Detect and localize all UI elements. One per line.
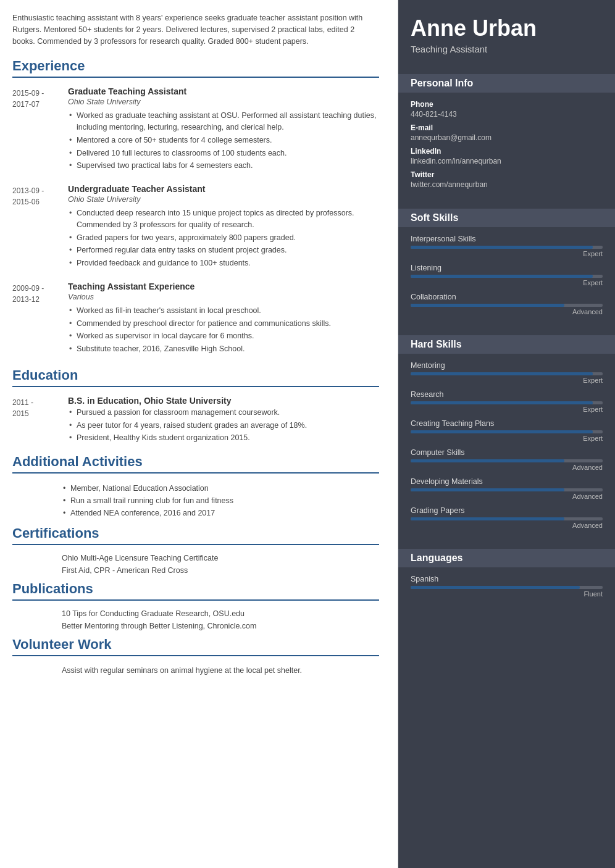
- right-column: Anne Urban Teaching Assistant Personal I…: [398, 0, 615, 868]
- hard-skills-section: Hard Skills Mentoring Expert Research Ex…: [398, 327, 615, 540]
- experience-section: Experience: [12, 58, 379, 78]
- job-detail: Graduate Teaching Assistant Ohio State U…: [68, 86, 379, 173]
- skill-bar-fill: [411, 246, 593, 249]
- skill-name: Research: [411, 390, 603, 399]
- skill-level: Advanced: [411, 464, 603, 471]
- skill-item: Grading Papers Advanced: [411, 506, 603, 529]
- soft-skills-section: Soft Skills Interpersonal Skills Expert …: [398, 200, 615, 327]
- job-date: 2009-09 -2013-12: [12, 282, 68, 356]
- experience-item: 2009-09 -2013-12 Teaching Assistant Expe…: [12, 282, 379, 356]
- job-detail: Undergraduate Teacher Assistant Ohio Sta…: [68, 184, 379, 270]
- job-bullets: Worked as fill-in teacher's assistant in…: [68, 305, 379, 355]
- volunteer-text: Assist with regular seminars on animal h…: [12, 665, 379, 677]
- languages-section: Languages Spanish Fluent: [398, 540, 615, 612]
- skill-item: Listening Expert: [411, 264, 603, 286]
- skill-level: Expert: [411, 377, 603, 384]
- job-bullets: Worked as graduate teaching assistant at…: [68, 110, 379, 172]
- job-date: 2013-09 -2015-06: [12, 184, 68, 270]
- phone-value: 440-821-4143: [411, 110, 603, 119]
- experience-item: 2015-09 -2017-07 Graduate Teaching Assis…: [12, 86, 379, 173]
- email-label: E-mail: [411, 123, 603, 132]
- certification-item: First Aid, CPR - American Red Cross: [12, 566, 379, 575]
- skill-level: Fluent: [411, 590, 603, 598]
- phone-label: Phone: [411, 100, 603, 109]
- skill-bar-bg: [411, 488, 603, 491]
- soft-skills-title: Soft Skills: [398, 209, 615, 227]
- skill-level: Expert: [411, 435, 603, 442]
- skill-item: Spanish Fluent: [411, 575, 603, 598]
- skill-bar-fill: [411, 304, 564, 307]
- bullet-item: Mentored a core of 50+ students for 4 co…: [68, 135, 379, 146]
- skill-item: Research Expert: [411, 390, 603, 413]
- skill-name: Spanish: [411, 575, 603, 583]
- certifications-list: Ohio Multi-Age Licensure Teaching Certif…: [12, 554, 379, 575]
- activity-item: Attended NEA conference, 2016 and 2017: [62, 507, 379, 519]
- bullet-item: Graded papers for two years, approximate…: [68, 232, 379, 244]
- languages-list: Spanish Fluent: [411, 575, 603, 598]
- skill-name: Computer Skills: [411, 448, 603, 457]
- personal-info-section: Personal Info Phone 440-821-4143 E-mail …: [398, 65, 615, 200]
- activities-section: Additional Activities: [12, 454, 379, 474]
- hard-skills-list: Mentoring Expert Research Expert Creatin…: [411, 361, 603, 529]
- name-section: Anne Urban Teaching Assistant: [398, 0, 615, 65]
- edu-bullets: Pursued a passion for classroom manageme…: [68, 407, 379, 444]
- skill-item: Interpersonal Skills Expert: [411, 235, 603, 257]
- certification-item: Ohio Multi-Age Licensure Teaching Certif…: [12, 554, 379, 562]
- skill-name: Collaboration: [411, 293, 603, 301]
- skill-item: Mentoring Expert: [411, 361, 603, 384]
- job-company: Various: [68, 293, 379, 301]
- bullet-item: Supervised two practical labs for 4 seme…: [68, 160, 379, 172]
- publications-section: Publications: [12, 581, 379, 601]
- skill-bar-bg: [411, 430, 603, 433]
- job-bullets: Conducted deep research into 15 unique p…: [68, 207, 379, 269]
- skill-level: Expert: [411, 406, 603, 413]
- linkedin-value: linkedin.com/in/annequrban: [411, 157, 603, 165]
- activity-item: Run a small trail running club for fun a…: [62, 495, 379, 507]
- certifications-section: Certifications: [12, 525, 379, 545]
- skill-bar-fill: [411, 372, 593, 375]
- publications-title: Publications: [12, 581, 379, 601]
- activity-item: Member, National Education Association: [62, 482, 379, 495]
- job-title: Undergraduate Teacher Assistant: [68, 184, 379, 194]
- volunteer-title: Volunteer Work: [12, 636, 379, 656]
- resume-container: Enthusiastic teaching assistant with 8 y…: [0, 0, 615, 868]
- personal-info-title: Personal Info: [398, 74, 615, 93]
- soft-skills-list: Interpersonal Skills Expert Listening Ex…: [411, 235, 603, 315]
- bullet-item: President, Healthy Kids student organiza…: [68, 432, 379, 444]
- education-item: 2011 -2015 B.S. in Education, Ohio State…: [12, 396, 379, 445]
- skill-bar-fill: [411, 517, 564, 520]
- edu-detail: B.S. in Education, Ohio State University…: [68, 396, 379, 445]
- skill-level: Advanced: [411, 522, 603, 529]
- certifications-title: Certifications: [12, 525, 379, 545]
- hard-skills-title: Hard Skills: [398, 335, 615, 354]
- skill-bar-fill: [411, 401, 593, 404]
- skill-level: Advanced: [411, 308, 603, 315]
- education-title: Education: [12, 367, 379, 387]
- skill-level: Expert: [411, 279, 603, 286]
- skill-level: Advanced: [411, 493, 603, 500]
- experience-list: 2015-09 -2017-07 Graduate Teaching Assis…: [12, 86, 379, 356]
- email-value: annequrban@gmail.com: [411, 133, 603, 142]
- education-section: Education: [12, 367, 379, 387]
- job-company: Ohio State University: [68, 195, 379, 204]
- skill-item: Computer Skills Advanced: [411, 448, 603, 471]
- bullet-item: Worked as supervisor in local daycare fo…: [68, 330, 379, 342]
- bullet-item: Worked as graduate teaching assistant at…: [68, 110, 379, 133]
- edu-date: 2011 -2015: [12, 396, 68, 445]
- skill-bar-bg: [411, 304, 603, 307]
- experience-title: Experience: [12, 58, 379, 78]
- job-title: Graduate Teaching Assistant: [68, 86, 379, 96]
- skill-item: Creating Teaching Plans Expert: [411, 419, 603, 442]
- bullet-item: Delivered 10 full lectures to classrooms…: [68, 148, 379, 159]
- volunteer-section: Volunteer Work: [12, 636, 379, 656]
- job-date: 2015-09 -2017-07: [12, 86, 68, 173]
- twitter-value: twitter.com/annequrban: [411, 180, 603, 189]
- skill-bar-fill: [411, 459, 564, 462]
- skill-bar-bg: [411, 401, 603, 404]
- skill-bar-bg: [411, 246, 603, 249]
- education-list: 2011 -2015 B.S. in Education, Ohio State…: [12, 396, 379, 445]
- twitter-label: Twitter: [411, 170, 603, 179]
- skill-bar-fill: [411, 430, 593, 433]
- candidate-role: Teaching Assistant: [411, 44, 603, 54]
- skill-name: Developing Materials: [411, 477, 603, 486]
